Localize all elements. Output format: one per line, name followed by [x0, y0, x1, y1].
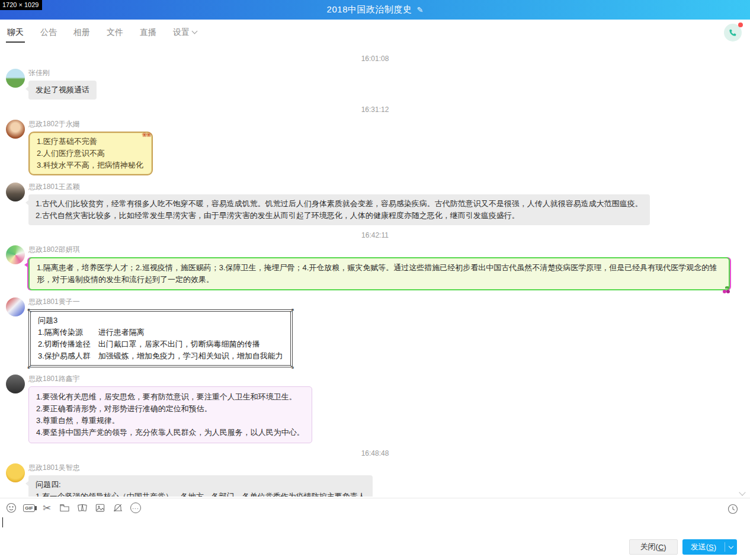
action-buttons: 关闭(C) 发送(S) [629, 539, 737, 555]
message-line: 1.隔离传染源 进行患者隔离 [38, 327, 283, 338]
message-line: 2.古代自然灾害比较多，比如经常发生旱涝灾害，由于旱涝灾害的发生从而引起了环境恶… [36, 210, 643, 222]
timestamp: 16:01:08 [0, 55, 750, 63]
corner-arrow-icon: ↙ [27, 363, 32, 369]
collapse-panel-icon[interactable] [739, 489, 745, 495]
tab-live-label: 直播 [140, 27, 156, 38]
tab-album-label: 相册 [73, 27, 90, 38]
tab-announcement[interactable]: 公告 [39, 20, 58, 45]
avatar[interactable] [6, 375, 25, 393]
corner-arrow-icon: ↘ [289, 363, 294, 369]
message-bubble: 问题四: 1.有一个坚强的领导核心（中国共产党），各地方、各部门、各单位党委作为… [28, 475, 373, 497]
tab-files[interactable]: 文件 [105, 20, 124, 45]
tab-live[interactable]: 直播 [139, 20, 158, 45]
message-line: 问题3 [38, 315, 283, 327]
send-label: 发送( [691, 542, 709, 552]
message-row: 思政1802于永姗 ❀❀ 1.医疗基础不完善 2.人们医疗意识不高 3.科技水平… [0, 119, 750, 175]
message-bubble: 发起了视频通话 [28, 81, 97, 100]
title-bar: 2018中国政治制度史 ✎ [0, 0, 750, 20]
close-label: 关闭( [640, 542, 658, 552]
message-row: 思政1802邵妍琪 1.隔离患者，培养医学人才；2.巡视疫情，施医赐药；3.保障… [0, 244, 750, 290]
send-button[interactable]: 发送(S) [682, 539, 737, 555]
message-line: 1.古代人们比较贫穷，经常有很多人吃不饱穿不暖，容易造成饥荒。饥荒过后人们身体素… [36, 198, 643, 210]
sender-name: 思政1801吴智忠 [28, 463, 373, 473]
phone-icon [728, 28, 738, 37]
sender-name: 思政1801路鑫宇 [28, 374, 312, 384]
more-icon[interactable]: ... [127, 501, 145, 515]
avatar[interactable] [6, 245, 25, 264]
tab-announcement-label: 公告 [40, 27, 57, 38]
message-line: 2.切断传播途径 出门戴口罩，居家不出门，切断病毒细菌的传播 [38, 338, 283, 350]
bell-mute-icon[interactable] [109, 501, 127, 515]
message-line: 2.要正确看清形势，对形势进行准确的定位和预估。 [36, 403, 305, 415]
message-bubble: 1.古代人们比较贫穷，经常有很多人吃不饱穿不暖，容易造成饥荒。饥荒过后人们身体素… [28, 194, 650, 225]
close-key: C [658, 543, 664, 552]
tab-bar: 聊天 公告 相册 文件 直播 设置 [0, 20, 750, 45]
message-line: 4.要坚持中国共产党的领导，充分依靠人民群众，为人民服务，以人民为中心。 [36, 427, 305, 439]
message-row: 张佳刚 发起了视频通话 [0, 68, 750, 100]
sender-name: 思政1801黄子一 [28, 297, 293, 307]
tab-files-label: 文件 [107, 27, 123, 38]
message-line: 1.医疗基础不完善 [37, 136, 145, 148]
emoji-icon[interactable] [2, 501, 20, 515]
timestamp: 16:42:11 [0, 231, 750, 239]
message-feed[interactable]: 16:01:08 张佳刚 发起了视频通话 16:31:12 思政1802于永姗 … [0, 45, 750, 497]
message-bubble-yellow-note: ❀❀ 1.医疗基础不完善 2.人们医疗意识不高 3.科技水平不高，把病情神秘化 [28, 132, 153, 175]
message-bubble-purple: 1.要强化有关思维，居安思危，要有防范意识，要注重个人卫生和环境卫生。 2.要正… [28, 386, 312, 443]
send-label-suffix: ) [714, 543, 716, 552]
timestamp: 16:48:48 [0, 449, 750, 457]
sender-name: 张佳刚 [28, 68, 97, 78]
message-line: 问题四: [36, 479, 366, 491]
group-title: 2018中国政治制度史 [327, 4, 412, 15]
send-key: S [709, 543, 714, 552]
message-row: 思政1801王孟颖 1.古代人们比较贫穷，经常有很多人吃不饱穿不暖，容易造成饥荒… [0, 181, 750, 225]
folder-icon[interactable] [56, 501, 73, 515]
avatar[interactable] [6, 183, 25, 201]
tab-chat-label: 聊天 [7, 27, 24, 38]
sender-name: 思政1802邵妍琪 [28, 245, 730, 255]
message-line: 3.科技水平不高，把病情神秘化 [37, 159, 145, 171]
tab-chat[interactable]: 聊天 [6, 20, 25, 45]
message-line: 3.保护易感人群 加强锻炼，增加免疫力，学习相关知识，增加自我能力 [38, 350, 283, 362]
message-line: 1.隔离患者，培养医学人才；2.巡视疫情，施医赐药；3.保障卫生，掩埋尸骨；4.… [37, 262, 722, 286]
avatar[interactable] [6, 69, 25, 88]
message-line: 2.人们医疗意识不高 [37, 148, 145, 159]
timestamp: 16:31:12 [0, 105, 750, 114]
chevron-down-icon [192, 28, 198, 34]
edit-title-icon[interactable]: ✎ [416, 5, 423, 14]
avatar[interactable] [6, 120, 25, 139]
message-input[interactable] [0, 516, 750, 541]
call-notification-badge [738, 23, 743, 27]
tab-album[interactable]: 相册 [72, 20, 91, 45]
tab-settings-label: 设置 [173, 27, 190, 38]
history-clock-icon[interactable] [724, 502, 742, 516]
message-bubble-green: 1.隔离患者，培养医学人才；2.巡视疫情，施医赐药；3.保障卫生，掩埋尸骨；4.… [28, 257, 730, 290]
send-label-wrap: 发送(S) [682, 539, 725, 555]
corner-arrow-icon: ↗ [289, 308, 294, 313]
corner-arrow-icon: ↖ [27, 308, 32, 313]
image-icon[interactable] [91, 501, 109, 515]
group-chat-window: 2018中国政治制度史 ✎ 1720 × 1029 聊天 公告 相册 文件 直播… [0, 0, 750, 560]
avatar[interactable] [6, 297, 25, 316]
sender-name: 思政1801王孟颖 [28, 182, 650, 192]
message-line: 1.要强化有关思维，居安思危，要有防范意识，要注重个人卫生和环境卫生。 [36, 391, 305, 403]
tab-settings[interactable]: 设置 [172, 20, 198, 45]
sender-name: 思政1802于永姗 [28, 119, 153, 129]
message-line: 3.尊重自然，尊重规律。 [36, 415, 305, 427]
message-line: 发起了视频通话 [36, 84, 89, 96]
viewport-size-badge: 1720 × 1029 [0, 0, 42, 10]
avatar[interactable] [6, 463, 25, 482]
gif-icon[interactable]: GIF [20, 501, 38, 515]
message-row: 思政1801黄子一 ↖ ↗ ↙ ↘ 问题3 1.隔离传染源 进行患者隔离 2.切… [0, 296, 750, 367]
composer-panel: GIF ✂ ... 关闭(C) [0, 498, 750, 560]
message-bubble-boxed: ↖ ↗ ↙ ↘ 问题3 1.隔离传染源 进行患者隔离 2.切断传播途径 出门戴口… [28, 309, 293, 367]
message-row: 思政1801吴智忠 问题四: 1.有一个坚强的领导核心（中国共产党），各地方、各… [0, 462, 750, 497]
close-button[interactable]: 关闭(C) [629, 539, 678, 555]
send-options-dropdown[interactable] [725, 539, 737, 555]
screenshot-icon[interactable]: ✂ [38, 501, 56, 515]
cherry-decoration-icon [723, 286, 731, 293]
chevron-down-icon [729, 543, 733, 548]
flower-ornament-icon: ❀❀ [142, 129, 150, 140]
shake-window-icon[interactable] [73, 501, 91, 515]
gif-label: GIF [23, 504, 34, 512]
message-row: 思政1801路鑫宇 1.要强化有关思维，居安思危，要有防范意识，要注重个人卫生和… [0, 373, 750, 443]
